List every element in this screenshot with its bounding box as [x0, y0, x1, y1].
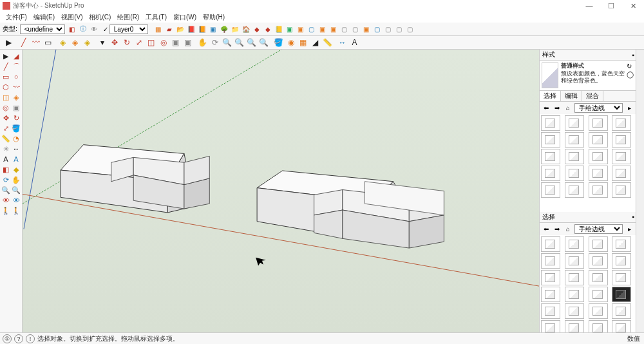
menu-camera[interactable]: 相机(C) [86, 13, 114, 22]
followme-icon[interactable]: ◈ [11, 92, 21, 102]
style-thumb[interactable] [565, 182, 584, 198]
zoom-window-icon[interactable]: 🔍 [233, 37, 245, 49]
tab-edit[interactable]: 编辑 [561, 91, 582, 101]
look-icon[interactable]: 👁 [11, 195, 21, 205]
style-thumb[interactable] [612, 236, 631, 252]
eyedropper-icon[interactable]: ◉ [285, 37, 297, 49]
status-warn-icon[interactable]: ! [26, 334, 35, 343]
eraser-tool-icon[interactable]: ◢ [309, 37, 321, 49]
style-thumb[interactable] [589, 182, 608, 198]
outer-icon[interactable]: ▣ [11, 102, 21, 113]
menu-file[interactable]: 文件(F) [3, 13, 30, 22]
folder-icon[interactable]: 📁 [230, 24, 240, 34]
section2-collapse-icon[interactable]: ▪ [632, 213, 634, 220]
style-thumb[interactable] [541, 166, 560, 181]
book3-icon[interactable]: 📒 [274, 24, 284, 34]
tape-tool-icon[interactable]: 📏 [321, 37, 334, 49]
style-thumb[interactable] [612, 166, 631, 181]
tab-select[interactable]: 选择 [540, 91, 561, 101]
line-icon[interactable]: ╱ [1, 61, 11, 72]
box12-icon[interactable]: ▢ [405, 24, 415, 34]
move-icon[interactable]: ✥ [1, 113, 11, 123]
texture-icon[interactable]: ▦ [297, 37, 309, 49]
pushpull-icon[interactable]: ◫ [1, 92, 11, 102]
cube1-icon[interactable]: ▣ [208, 24, 218, 34]
shape2-icon[interactable]: ◆ [263, 24, 273, 34]
menu-draw[interactable]: 绘图(R) [114, 13, 142, 22]
info-icon[interactable]: ⓘ [78, 24, 88, 34]
book1-icon[interactable]: 📕 [186, 24, 196, 34]
layer-check[interactable]: ✓ [103, 26, 108, 33]
paint-icon[interactable]: ▰ [164, 24, 175, 34]
rect-icon[interactable]: ▭ [1, 72, 11, 82]
status-help-icon[interactable]: ? [14, 334, 23, 343]
tape2-icon[interactable]: ◆ [11, 164, 21, 175]
style-thumb[interactable] [589, 320, 608, 333]
style-thumb[interactable] [565, 236, 584, 252]
style-thumb[interactable] [589, 253, 608, 269]
rotate-tool-icon[interactable]: ↻ [120, 37, 133, 49]
style-thumb[interactable] [541, 182, 560, 198]
style-thumb[interactable] [612, 287, 631, 302]
style-thumb[interactable] [589, 166, 608, 181]
box1-icon[interactable]: ▣ [285, 24, 295, 34]
style-thumb[interactable] [541, 287, 560, 302]
style-thumb[interactable] [541, 303, 560, 319]
style-thumb[interactable] [612, 320, 631, 333]
polygon-icon[interactable]: ⬡ [1, 82, 11, 92]
plugin3-icon[interactable]: ◈ [81, 37, 93, 49]
menu-window[interactable]: 窗口(W) [170, 13, 200, 22]
box11-icon[interactable]: ▢ [394, 24, 404, 34]
tape-icon[interactable]: 📏 [1, 133, 11, 144]
style-thumb[interactable] [565, 253, 584, 269]
style-thumb[interactable] [565, 303, 584, 319]
toggle-icon[interactable]: ◧ [67, 24, 77, 34]
nav-back-icon[interactable]: ⬅ [542, 104, 551, 113]
nav-fwd2-icon[interactable]: ➡ [553, 224, 562, 233]
panel-scrollbar[interactable] [636, 50, 644, 332]
style-thumb[interactable] [612, 182, 631, 198]
freehand-tool-icon[interactable]: 〰 [30, 37, 42, 49]
style-thumb[interactable] [612, 303, 631, 319]
menu-tools[interactable]: 工具(T) [142, 13, 170, 22]
plugin1-icon[interactable]: ◈ [57, 37, 69, 49]
orbit2-icon[interactable]: ⟳ [1, 175, 11, 185]
nav-menu2-icon[interactable]: ▸ [625, 224, 634, 233]
walk-icon[interactable]: 🚶 [1, 205, 11, 216]
style-thumb[interactable] [541, 253, 560, 269]
style-thumb[interactable] [565, 149, 584, 164]
box4-icon[interactable]: ▣ [317, 24, 328, 34]
3dtext-icon[interactable]: A [11, 154, 21, 164]
arc-icon[interactable]: ⌒ [11, 61, 21, 72]
layer-visibility-icon[interactable]: 👁 [89, 24, 99, 34]
style-thumb[interactable] [612, 149, 631, 164]
box2-icon[interactable]: ▣ [296, 24, 306, 34]
style-thumb[interactable] [612, 253, 631, 269]
orbit-tool-icon[interactable]: ⟳ [209, 37, 221, 49]
window-maximize-button[interactable]: ☐ [600, 0, 622, 12]
style-thumb[interactable] [565, 115, 584, 131]
freehand-icon[interactable]: 〰 [11, 82, 21, 92]
style-collection-select[interactable]: 手绘边线 [574, 103, 623, 113]
style-thumb[interactable] [565, 132, 584, 148]
move-tool-icon[interactable]: ✥ [108, 37, 120, 49]
open-icon[interactable]: 📂 [175, 24, 185, 34]
box6-icon[interactable]: ▢ [339, 24, 350, 34]
box9-icon[interactable]: ▢ [372, 24, 383, 34]
style-thumb[interactable] [541, 236, 560, 252]
walk2-icon[interactable]: 🚶 [11, 205, 21, 216]
style-new-icon[interactable]: ◯ [627, 71, 634, 78]
dim-icon[interactable]: ↔ [11, 144, 21, 154]
style-thumb[interactable] [589, 115, 608, 131]
style-thumb[interactable] [541, 270, 560, 285]
panel-collapse-icon[interactable]: ▪ [632, 52, 634, 59]
text-tool-icon[interactable]: A [348, 37, 361, 49]
nav-home-icon[interactable]: ⌂ [564, 104, 573, 113]
style-thumb[interactable] [612, 132, 631, 148]
paint-icon-lt[interactable]: 🪣 [11, 123, 21, 133]
style-thumb[interactable] [589, 287, 608, 302]
style-thumbnail[interactable] [542, 62, 558, 88]
box10-icon[interactable]: ▢ [383, 24, 393, 34]
style-thumb[interactable] [589, 303, 608, 319]
style-thumb[interactable] [565, 270, 584, 285]
